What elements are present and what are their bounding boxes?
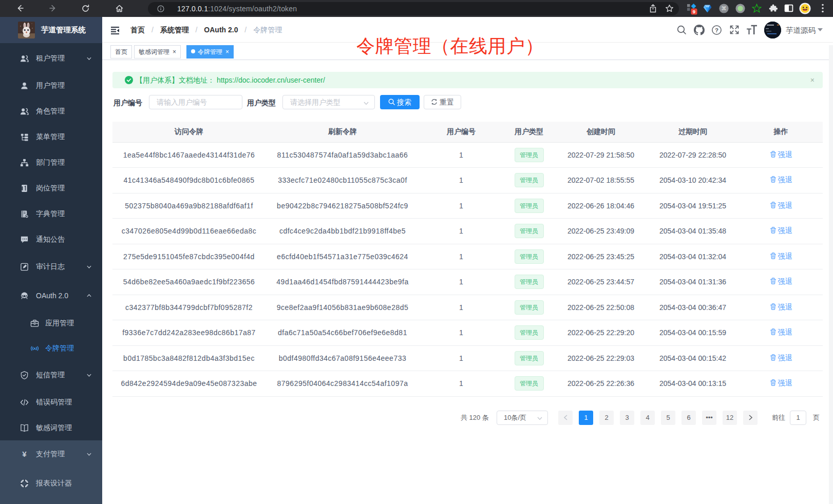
svg-text:¥: ¥ bbox=[22, 450, 27, 459]
svg-text:?: ? bbox=[715, 27, 718, 33]
svg-text:⌘: ⌘ bbox=[721, 6, 726, 11]
svg-text:9: 9 bbox=[693, 9, 695, 14]
